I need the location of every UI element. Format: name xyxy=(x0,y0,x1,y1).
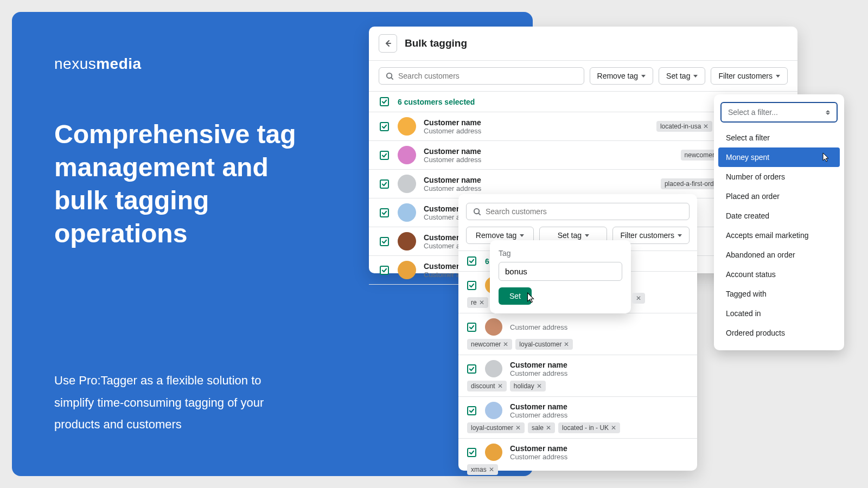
chevron-down-icon xyxy=(776,75,780,78)
tag-chip[interactable]: located - in - UK ✕ xyxy=(558,422,620,433)
customer-name: Customer name xyxy=(424,147,681,156)
table-row: Customer addressnewcomer ✕loyal-customer… xyxy=(458,313,697,355)
tag-chip[interactable]: holiday ✕ xyxy=(510,381,546,391)
table-row: Customer nameCustomer addressxmas ✕ xyxy=(458,439,697,480)
filter-customers-button[interactable]: Filter customers xyxy=(711,67,788,85)
tag-remove-icon[interactable]: ✕ xyxy=(497,382,503,390)
row-checkbox[interactable] xyxy=(467,406,476,415)
tag-list: discount ✕holiday ✕ xyxy=(467,381,688,391)
search-icon xyxy=(386,72,394,80)
set-tag-button[interactable]: Set tag xyxy=(659,67,705,85)
row-checkbox[interactable] xyxy=(380,208,389,217)
customer-info: Customer address xyxy=(510,323,688,331)
chevron-down-icon xyxy=(520,234,524,237)
customer-address: Customer address xyxy=(424,127,656,135)
chevron-down-icon xyxy=(678,234,682,237)
headline: Comprehensive tag management and bulk ta… xyxy=(54,118,315,251)
customer-address: Customer address xyxy=(510,323,688,331)
tag-remove-icon[interactable]: ✕ xyxy=(489,466,494,473)
search-input-wrap[interactable] xyxy=(466,203,690,220)
row-checkbox[interactable] xyxy=(467,364,476,374)
chevron-down-icon xyxy=(585,234,589,237)
cursor-icon xyxy=(525,292,537,304)
customer-name: Customer name xyxy=(510,402,688,411)
avatar xyxy=(398,261,416,279)
tag-chip[interactable]: ✕ xyxy=(632,293,645,304)
customer-address: Customer address xyxy=(424,156,681,164)
avatar xyxy=(398,175,416,193)
customer-name: Customer name xyxy=(510,361,688,369)
tag-chip[interactable]: xmas ✕ xyxy=(467,464,498,475)
filter-option[interactable]: Tagged with xyxy=(718,284,840,304)
remove-tag-button[interactable]: Remove tag xyxy=(590,67,653,85)
popover-label: Tag xyxy=(499,249,622,258)
tag-remove-icon[interactable]: ✕ xyxy=(636,294,641,302)
row-checkbox[interactable] xyxy=(380,266,389,275)
select-all-checkbox[interactable] xyxy=(380,97,389,106)
filter-dropdown: Select a filter... Select a filterMoney … xyxy=(714,94,844,350)
filter-option[interactable]: Located in xyxy=(718,304,840,323)
search-input[interactable] xyxy=(486,207,682,216)
tag-chip[interactable]: newcomer ✕ xyxy=(467,339,512,350)
row-checkbox[interactable] xyxy=(380,151,389,160)
customer-address: Customer address xyxy=(510,369,688,377)
sort-icon xyxy=(826,110,830,115)
filter-option[interactable]: Accepts email marketing xyxy=(718,226,840,245)
tag-chip[interactable]: discount ✕ xyxy=(467,381,507,391)
customer-address: Customer address xyxy=(510,453,688,461)
avatar xyxy=(485,318,502,336)
filter-option[interactable]: Ordered products xyxy=(718,323,840,343)
row-checkbox[interactable] xyxy=(467,281,476,290)
customer-info: Customer nameCustomer address xyxy=(424,176,661,192)
avatar xyxy=(398,203,416,222)
avatar xyxy=(485,402,502,419)
avatar xyxy=(398,232,416,251)
tag-chip[interactable]: loyal-customer ✕ xyxy=(467,422,525,433)
filter-option[interactable]: Account status xyxy=(718,265,840,284)
toolbar xyxy=(458,194,697,227)
filter-option[interactable]: Number of orders xyxy=(718,167,840,187)
tag-list: loyal-customer ✕sale ✕located - in - UK … xyxy=(467,422,688,433)
filter-option[interactable]: Date created xyxy=(718,206,840,226)
tag-remove-icon[interactable]: ✕ xyxy=(479,299,484,306)
row-checkbox[interactable] xyxy=(380,237,389,246)
tag-chip[interactable]: loyal-customer ✕ xyxy=(515,339,573,350)
set-button[interactable]: Set xyxy=(499,287,532,305)
row-checkbox[interactable] xyxy=(380,179,389,189)
row-checkbox[interactable] xyxy=(467,448,476,457)
tag-remove-icon[interactable]: ✕ xyxy=(611,424,616,432)
tag-remove-icon[interactable]: ✕ xyxy=(546,424,551,432)
table-row: Customer nameCustomer addressdiscount ✕h… xyxy=(458,355,697,397)
customer-name: Customer name xyxy=(424,176,661,184)
table-row: Customer nameCustomer addressloyal-custo… xyxy=(458,397,697,439)
filter-option[interactable]: Money spent xyxy=(718,147,840,167)
tag-remove-icon[interactable]: ✕ xyxy=(703,123,709,130)
row-checkbox[interactable] xyxy=(467,323,476,332)
tag-remove-icon[interactable]: ✕ xyxy=(503,341,508,348)
tag-input[interactable] xyxy=(499,262,622,281)
filter-select[interactable]: Select a filter... xyxy=(720,102,838,123)
back-button[interactable] xyxy=(379,34,397,53)
tag-remove-icon[interactable]: ✕ xyxy=(515,424,521,432)
tag-chip[interactable]: sale ✕ xyxy=(528,422,555,433)
tag-remove-icon[interactable]: ✕ xyxy=(537,382,542,390)
filter-option[interactable]: Abandoned an order xyxy=(718,245,840,265)
set-tag-popover: Tag Set xyxy=(490,240,631,313)
row-checkbox[interactable] xyxy=(380,122,389,131)
tag-remove-icon[interactable]: ✕ xyxy=(564,341,569,348)
customer-address: Customer address xyxy=(510,411,688,419)
search-input[interactable] xyxy=(398,72,577,80)
cursor-icon xyxy=(820,152,831,163)
tag-chip[interactable]: located-in-usa ✕ xyxy=(656,121,712,132)
customer-address: Customer address xyxy=(424,184,661,192)
filter-option[interactable]: Placed an order xyxy=(718,187,840,206)
avatar xyxy=(398,146,416,164)
search-icon xyxy=(473,208,481,216)
select-all-checkbox[interactable] xyxy=(467,256,476,266)
search-input-wrap[interactable] xyxy=(379,67,584,85)
tag-chip[interactable]: re ✕ xyxy=(467,297,488,308)
tag-list: xmas ✕ xyxy=(467,464,688,475)
bulk-tagging-card-secondary: Remove tag Set tag Filter customers 6 c … xyxy=(458,194,697,471)
filter-option[interactable]: Select a filter xyxy=(718,128,840,147)
arrow-left-icon xyxy=(384,39,392,48)
